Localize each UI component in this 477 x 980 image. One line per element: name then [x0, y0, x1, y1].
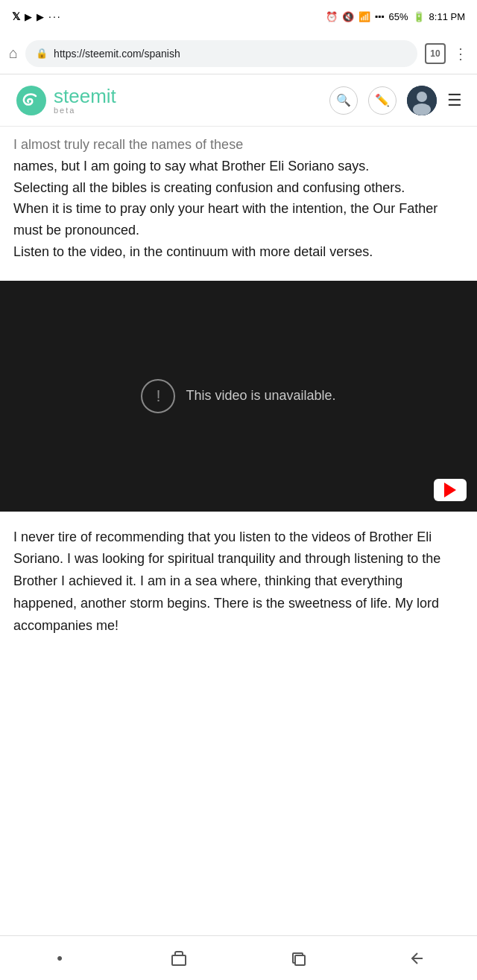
url-text: https://steemit.com/spanish	[54, 48, 180, 60]
video-player[interactable]: ! This video is unavailable.	[0, 281, 477, 512]
twitter-icon: 𝕏	[12, 10, 20, 22]
browser-bar: ⌂ 🔒 https://steemit.com/spanish 10 ⋮	[0, 33, 477, 74]
video-unavailable-text: This video is unavailable.	[186, 388, 335, 404]
status-bar-right: ⏰ 🔇 📶 ▪▪▪ 65% 🔋 8:11 PM	[326, 11, 465, 22]
steemit-logo-text: steemit beta	[54, 86, 116, 115]
nav-copy-icon[interactable]	[285, 945, 312, 972]
hamburger-menu-icon[interactable]: ☰	[447, 91, 462, 110]
status-bar-left: 𝕏 ▶ ▶ ···	[12, 10, 62, 22]
bottom-paragraph: I never tire of recommending that you li…	[0, 512, 477, 652]
video-error-icon: !	[141, 379, 175, 413]
nav-back-icon[interactable]	[404, 945, 431, 972]
truncated-text: I almost truly recall the names of these	[13, 128, 464, 156]
article-para-3: When it is time to pray only your heart …	[13, 198, 464, 241]
nav-tab-icon[interactable]	[165, 945, 192, 972]
lock-icon: 🔒	[36, 48, 48, 59]
youtube-icon2: ▶	[37, 11, 44, 22]
article-para-4: Listen to the video, in the continuum wi…	[13, 241, 464, 263]
svg-rect-4	[172, 955, 186, 965]
status-bar: 𝕏 ▶ ▶ ··· ⏰ 🔇 📶 ▪▪▪ 65% 🔋 8:11 PM	[0, 0, 477, 33]
url-bar[interactable]: 🔒 https://steemit.com/spanish	[25, 40, 417, 67]
article-body: names, but I am going to say what Brothe…	[13, 156, 464, 263]
alarm-icon: ⏰	[326, 11, 338, 22]
mute-icon: 🔇	[342, 11, 354, 22]
svg-rect-6	[295, 955, 305, 965]
content-area: I almost truly recall the names of these…	[0, 127, 477, 263]
pencil-icon: ✏️	[375, 93, 390, 107]
steemit-header: steemit beta 🔍 ✏️ ☰	[0, 74, 477, 127]
home-icon[interactable]: ⌂	[9, 45, 18, 62]
youtube-logo	[434, 479, 467, 501]
steemit-logo[interactable]: steemit beta	[15, 84, 116, 117]
signal-icon: ▪▪▪	[375, 11, 385, 22]
edit-button[interactable]: ✏️	[368, 86, 397, 115]
article-para-1: names, but I am going to say what Brothe…	[13, 156, 464, 177]
battery-icon: 🔋	[413, 11, 425, 22]
more-icons: ···	[48, 10, 62, 22]
search-button[interactable]: 🔍	[329, 86, 358, 115]
battery-percent: 65%	[389, 11, 408, 22]
nav-dot-icon[interactable]: •	[46, 945, 73, 972]
wifi-icon: 📶	[358, 11, 370, 22]
steemit-logo-icon	[15, 84, 48, 117]
search-icon: 🔍	[336, 93, 351, 107]
time-display: 8:11 PM	[429, 11, 465, 22]
tab-count[interactable]: 10	[425, 43, 446, 64]
browser-menu-icon[interactable]: ⋮	[453, 45, 468, 63]
user-avatar[interactable]	[407, 86, 437, 115]
header-actions: 🔍 ✏️ ☰	[329, 86, 462, 115]
youtube-icon: ▶	[25, 11, 32, 22]
video-unavailable-message: ! This video is unavailable.	[141, 379, 335, 413]
article-para-2: Selecting all the bibles is creating con…	[13, 177, 464, 199]
avatar-image	[407, 86, 437, 115]
bottom-nav: •	[0, 935, 477, 980]
youtube-play-icon	[444, 483, 456, 497]
svg-point-3	[413, 104, 431, 115]
svg-point-2	[417, 92, 427, 102]
